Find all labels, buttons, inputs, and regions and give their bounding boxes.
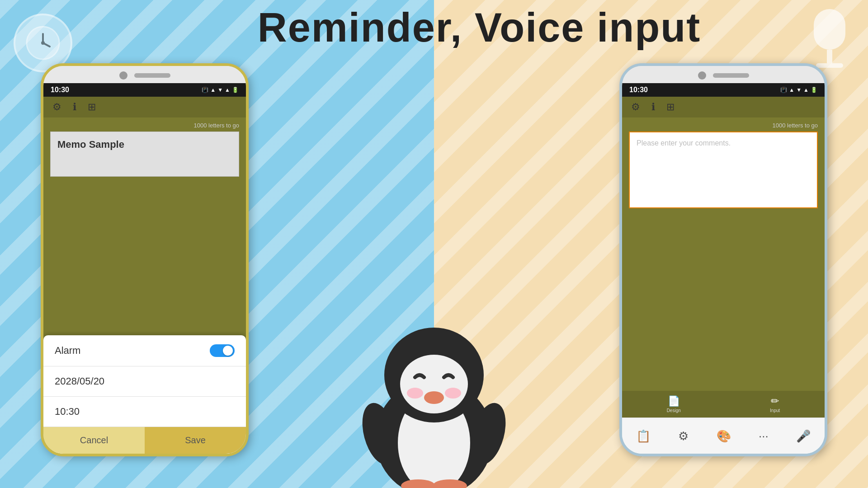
- mic-decoration: [805, 9, 854, 72]
- gear-nav-icon: ⚙: [678, 429, 689, 443]
- tab-design[interactable]: 📄 Design: [665, 393, 683, 415]
- phone-top-bar: [43, 66, 246, 83]
- app-toolbar-right: ⚙ ℹ ⊞: [622, 97, 825, 117]
- wifi-icon: ▼: [217, 87, 223, 93]
- signal-bars: ▲: [225, 87, 230, 93]
- phone-top-bar-right: [622, 66, 825, 83]
- battery-icon-r: 🔋: [811, 87, 817, 93]
- dialog-buttons: Cancel Save: [43, 427, 246, 454]
- memo-text-box: Memo Sample: [50, 131, 239, 177]
- vibrate-icon-r: 📳: [780, 87, 787, 93]
- status-time-left: 10:30: [51, 86, 69, 94]
- palette-nav-icon: 🎨: [717, 429, 731, 443]
- design-tab-icon: 📄: [668, 395, 680, 407]
- letter-count-left: 1000 letters to go: [50, 122, 239, 129]
- grid-icon-right[interactable]: ⊞: [666, 101, 675, 113]
- svg-point-9: [407, 388, 423, 399]
- input-tab-label: Input: [770, 408, 780, 413]
- tab-input[interactable]: ✏ Input: [768, 393, 782, 415]
- right-content-area: 1000 letters to go Please enter your com…: [622, 117, 825, 415]
- input-tab-icon: ✏: [771, 395, 779, 407]
- phone-left: 10:30 📳 ▲ ▼ ▲ 🔋 ⚙ ℹ ⊞ 1000 letters to go…: [41, 63, 249, 456]
- svg-point-10: [445, 388, 461, 399]
- clipboard-nav-icon: 📋: [636, 429, 651, 443]
- toggle-knob: [223, 346, 233, 356]
- comment-input[interactable]: Please enter your comments.: [629, 131, 818, 208]
- gear-icon-right[interactable]: ⚙: [631, 101, 640, 113]
- info-icon-right[interactable]: ℹ: [651, 101, 655, 113]
- page-title: Reminder, Voice input: [90, 5, 868, 51]
- signal-icon-r: ▲: [789, 87, 794, 93]
- letter-count-right: 1000 letters to go: [629, 122, 818, 129]
- battery-icon: 🔋: [232, 87, 239, 93]
- mic-shape: [805, 9, 854, 72]
- save-button-left[interactable]: Save: [145, 427, 246, 454]
- nav-more[interactable]: ···: [759, 429, 769, 443]
- signal-icon: ▲: [210, 87, 216, 93]
- comment-placeholder: Please enter your comments.: [637, 139, 731, 147]
- nav-clipboard[interactable]: 📋: [636, 429, 651, 443]
- bottom-tabs: 📄 Design ✏ Input: [622, 391, 825, 418]
- signal-bars-r: ▲: [803, 87, 809, 93]
- alarm-date-row[interactable]: 2028/05/20: [43, 366, 246, 397]
- alarm-time-row[interactable]: 10:30: [43, 397, 246, 427]
- alarm-label: Alarm: [55, 345, 80, 357]
- svg-point-7: [400, 355, 468, 413]
- nav-mic[interactable]: 🎤: [796, 429, 811, 443]
- penguin-mascot: [348, 294, 520, 488]
- wifi-icon-r: ▼: [796, 87, 802, 93]
- svg-point-8: [424, 391, 444, 404]
- status-icons-left: 📳 ▲ ▼ ▲ 🔋: [202, 87, 239, 93]
- grid-icon-left[interactable]: ⊞: [88, 101, 96, 113]
- alarm-dialog: Alarm 2028/05/20 10:30 Cancel Save: [43, 335, 246, 454]
- nav-palette[interactable]: 🎨: [717, 429, 731, 443]
- mic-head: [814, 9, 845, 50]
- app-toolbar-left: ⚙ ℹ ⊞: [43, 97, 246, 117]
- nav-settings[interactable]: ⚙: [678, 429, 689, 443]
- status-bar-left: 10:30 📳 ▲ ▼ ▲ 🔋: [43, 83, 246, 97]
- phone-camera-right: [698, 71, 706, 80]
- mic-nav-icon: 🎤: [796, 429, 811, 443]
- phone-speaker-right: [713, 73, 749, 78]
- cancel-button[interactable]: Cancel: [43, 427, 145, 454]
- clock-icon: [25, 25, 61, 61]
- info-icon-left[interactable]: ℹ: [73, 101, 76, 113]
- mic-base: [816, 63, 843, 68]
- alarm-toggle[interactable]: [210, 344, 235, 357]
- phone-right: 10:30 📳 ▲ ▼ ▲ 🔋 ⚙ ℹ ⊞ 1000 letters to go…: [619, 63, 827, 456]
- svg-point-3: [41, 41, 45, 45]
- alarm-toggle-row: Alarm: [43, 335, 246, 366]
- penguin-svg: [348, 294, 520, 488]
- gear-icon-left[interactable]: ⚙: [52, 101, 61, 113]
- phone-camera: [119, 71, 127, 80]
- status-bar-right: 10:30 📳 ▲ ▼ ▲ 🔋: [622, 83, 825, 97]
- mic-stand: [827, 50, 832, 63]
- vibrate-icon: 📳: [202, 87, 208, 93]
- status-time-right: 10:30: [629, 86, 648, 94]
- status-icons-right: 📳 ▲ ▼ ▲ 🔋: [780, 87, 817, 93]
- design-tab-label: Design: [667, 408, 681, 413]
- phone-speaker: [134, 73, 170, 78]
- bottom-nav-right: 📋 ⚙ 🎨 ··· 🎤: [622, 418, 825, 454]
- more-nav-icon: ···: [759, 429, 769, 443]
